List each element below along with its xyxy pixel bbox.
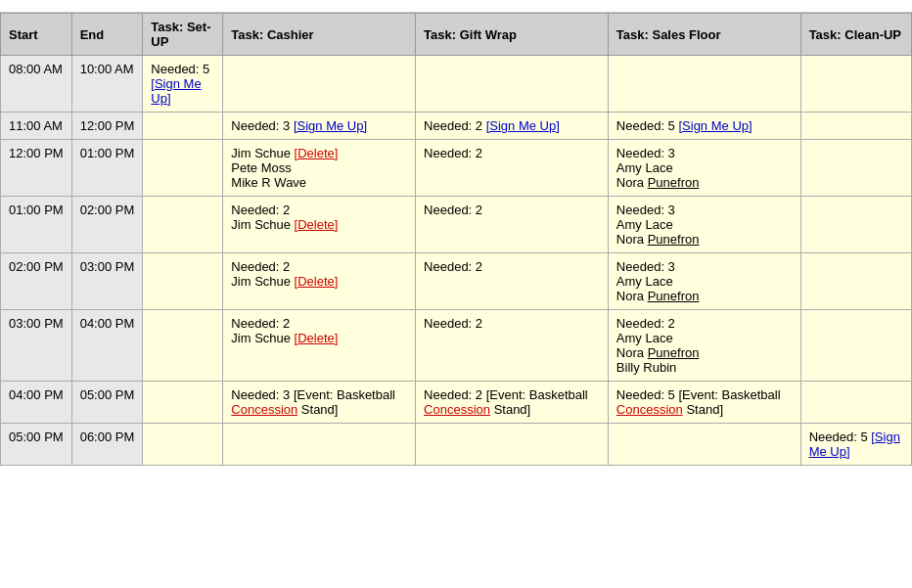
table-row: 11:00 AM12:00 PMNeeded: 3 [Sign Me Up]Ne… [1, 113, 912, 140]
cashier-cell [223, 424, 416, 466]
setup-cell [143, 253, 223, 310]
salesfloor-cell: Needed: 2Amy LaceNora PunefronBilly Rubi… [608, 310, 800, 382]
giftwrap-cell: Needed: 2 [416, 197, 609, 253]
column-header: Task: Gift Wrap [416, 14, 609, 56]
signup-link[interactable]: [Sign Me Up] [294, 118, 367, 133]
salesfloor-cell [608, 56, 800, 113]
end-time: 03:00 PM [71, 253, 143, 310]
giftwrap-cell [416, 424, 609, 466]
cleanup-cell [800, 113, 911, 140]
salesfloor-cell [608, 424, 800, 466]
salesfloor-cell: Needed: 5 [Sign Me Up] [608, 113, 800, 140]
schedule-table: StartEndTask: Set-UPTask: CashierTask: G… [0, 13, 912, 466]
table-row: 04:00 PM05:00 PMNeeded: 3 [Event: Basket… [1, 382, 912, 424]
setup-cell [143, 197, 223, 253]
start-time: 12:00 PM [1, 140, 72, 197]
cleanup-cell [800, 197, 911, 253]
event-link[interactable]: Concession [616, 402, 683, 417]
event-link[interactable]: Concession [231, 402, 297, 417]
cleanup-cell [800, 310, 911, 382]
table-row: 05:00 PM06:00 PMNeeded: 5 [Sign Me Up] [1, 424, 912, 466]
cleanup-cell [800, 253, 911, 310]
setup-cell [143, 310, 223, 382]
event-link[interactable]: Concession [424, 402, 490, 417]
column-header: Task: Clean-UP [800, 14, 911, 56]
delete-link[interactable]: [Delete] [295, 274, 339, 289]
signup-link[interactable]: [Sign Me Up] [486, 118, 560, 133]
cleanup-cell: Needed: 5 [Sign Me Up] [800, 424, 911, 466]
setup-cell [143, 113, 223, 140]
end-time: 01:00 PM [71, 140, 143, 197]
salesfloor-cell: Needed: 5 [Event: Basketball Concession … [608, 382, 800, 424]
signup-link[interactable]: [Sign Me Up] [151, 76, 201, 106]
cashier-cell: Needed: 3 [Sign Me Up] [223, 113, 416, 140]
signup-link[interactable]: [Sign Me Up] [809, 430, 900, 459]
salesfloor-cell: Needed: 3Amy LaceNora Punefron [608, 140, 800, 197]
signup-link[interactable]: [Sign Me Up] [678, 118, 752, 133]
end-time: 02:00 PM [71, 197, 143, 253]
start-time: 01:00 PM [1, 197, 72, 253]
end-time: 05:00 PM [71, 382, 143, 424]
column-header: Task: Sales Floor [608, 14, 800, 56]
start-time: 08:00 AM [1, 56, 72, 113]
start-time: 11:00 AM [1, 113, 72, 140]
delete-link[interactable]: [Delete] [295, 217, 339, 232]
giftwrap-cell: Needed: 2 [416, 140, 609, 197]
start-time: 03:00 PM [1, 310, 72, 382]
end-time: 12:00 PM [71, 113, 143, 140]
column-header: Task: Cashier [223, 14, 416, 56]
column-header: End [71, 14, 143, 56]
giftwrap-cell: Needed: 2 [Event: Basketball Concession … [416, 382, 609, 424]
start-time: 02:00 PM [1, 253, 72, 310]
setup-cell [143, 140, 223, 197]
column-header: Task: Set-UP [143, 14, 223, 56]
table-row: 08:00 AM10:00 AMNeeded: 5[Sign Me Up] [1, 56, 912, 113]
setup-cell [143, 424, 223, 466]
cleanup-cell [800, 56, 911, 113]
delete-link[interactable]: [Delete] [295, 331, 339, 345]
cashier-cell: Needed: 3 [Event: Basketball Concession … [223, 382, 416, 424]
setup-cell [143, 382, 223, 424]
end-time: 06:00 PM [71, 424, 143, 466]
giftwrap-cell: Needed: 2 [416, 310, 609, 382]
giftwrap-cell: Needed: 2 [416, 253, 609, 310]
salesfloor-cell: Needed: 3Amy LaceNora Punefron [608, 253, 800, 310]
cashier-cell: Needed: 2Jim Schue [Delete] [223, 197, 416, 253]
end-time: 04:00 PM [71, 310, 143, 382]
table-row: 12:00 PM01:00 PMJim Schue [Delete]Pete M… [1, 140, 912, 197]
start-time: 04:00 PM [1, 382, 72, 424]
cashier-cell: Needed: 2Jim Schue [Delete] [223, 253, 416, 310]
start-time: 05:00 PM [1, 424, 72, 466]
table-row: 03:00 PM04:00 PMNeeded: 2Jim Schue [Dele… [1, 310, 912, 382]
cleanup-cell [800, 382, 911, 424]
giftwrap-cell [416, 56, 609, 113]
end-time: 10:00 AM [71, 56, 143, 113]
column-header: Start [1, 14, 72, 56]
page-title [0, 0, 912, 13]
cashier-cell: Needed: 2Jim Schue [Delete] [223, 310, 416, 382]
cashier-cell [223, 56, 416, 113]
table-row: 01:00 PM02:00 PMNeeded: 2Jim Schue [Dele… [1, 197, 912, 253]
setup-cell: Needed: 5[Sign Me Up] [143, 56, 223, 113]
delete-link[interactable]: [Delete] [295, 146, 339, 160]
cashier-cell: Jim Schue [Delete]Pete MossMike R Wave [223, 140, 416, 197]
salesfloor-cell: Needed: 3Amy LaceNora Punefron [608, 197, 800, 253]
giftwrap-cell: Needed: 2 [Sign Me Up] [416, 113, 609, 140]
cleanup-cell [800, 140, 911, 197]
table-row: 02:00 PM03:00 PMNeeded: 2Jim Schue [Dele… [1, 253, 912, 310]
